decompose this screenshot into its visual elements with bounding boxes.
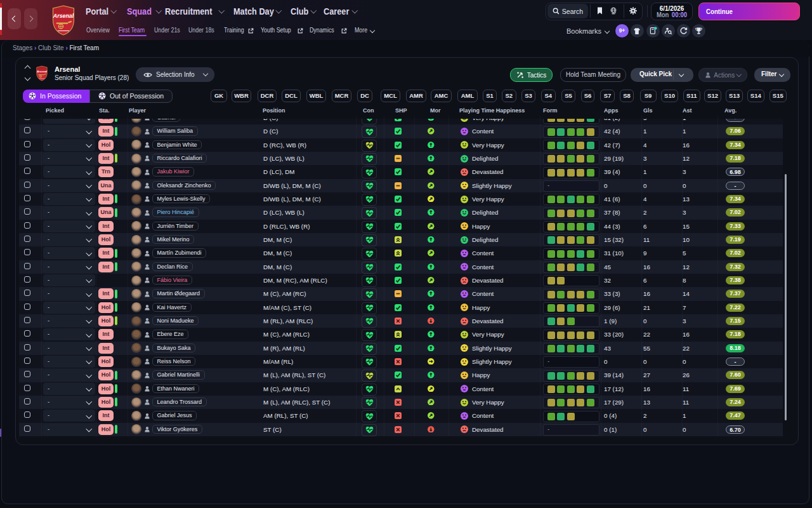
svg-text:Arsenal: Arsenal xyxy=(53,13,74,19)
svg-text:Arsenal: Arsenal xyxy=(36,70,48,73)
